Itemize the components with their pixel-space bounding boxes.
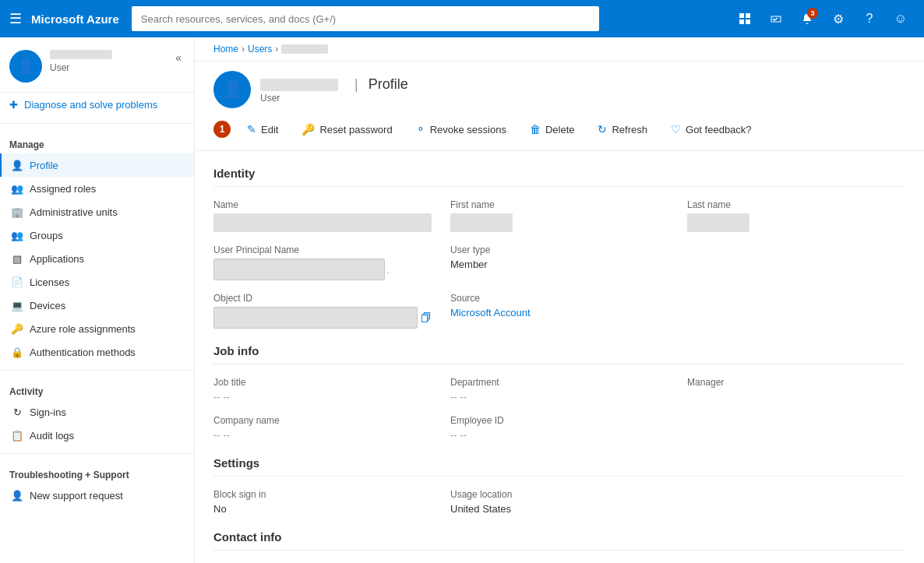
- hamburger-icon[interactable]: ☰: [9, 10, 22, 27]
- name-field: Name: [213, 199, 432, 232]
- reset-password-button[interactable]: 🔑 Reset password: [291, 118, 402, 141]
- sidebar-item-profile[interactable]: 👤 Profile: [0, 153, 194, 177]
- search-input[interactable]: [132, 6, 599, 31]
- revoke-sessions-button[interactable]: ⚬ Revoke sessions: [406, 118, 517, 141]
- sidebar-item-sign-ins[interactable]: ↻ Sign-ins: [0, 400, 194, 424]
- content-area: Identity Name First name Last name: [195, 167, 924, 563]
- usage-location-field: Usage location United States: [450, 489, 668, 515]
- delete-icon: 🗑: [530, 123, 541, 135]
- upn-field: User Principal Name .: [213, 245, 432, 280]
- first-name-value: [450, 213, 513, 232]
- admin-units-icon: 🏢: [11, 206, 23, 218]
- breadcrumb: Home › Users ›: [195, 37, 924, 62]
- sidebar-item-admin-units[interactable]: 🏢 Administrative units: [0, 200, 194, 223]
- page-header: 👤 | Profile User: [195, 62, 924, 114]
- sidebar-devices-label: Devices: [30, 300, 65, 311]
- applications-icon: ▧: [11, 252, 23, 265]
- sidebar-item-auth-methods[interactable]: 🔒 Authentication methods: [0, 340, 194, 364]
- audit-logs-icon: 📋: [11, 429, 23, 442]
- sidebar-item-groups[interactable]: 👥 Groups: [0, 223, 194, 247]
- job-title-label: Job title: [213, 377, 432, 388]
- copy-object-id-button[interactable]: 🗍: [421, 311, 432, 324]
- assigned-roles-icon: 👥: [11, 182, 23, 195]
- refresh-button[interactable]: ↻ Refresh: [587, 118, 658, 141]
- user-type-value: Member: [450, 259, 668, 270]
- revoke-icon: ⚬: [416, 123, 425, 135]
- user-type-field: User type Member: [450, 245, 668, 280]
- sidebar-item-applications[interactable]: ▧ Applications: [0, 247, 194, 270]
- devices-icon: 💻: [11, 299, 23, 311]
- avatar: 👤: [9, 50, 42, 83]
- cloud-shell-icon[interactable]: [762, 5, 790, 33]
- help-icon[interactable]: ?: [855, 5, 883, 33]
- block-sign-in-value: No: [213, 503, 432, 515]
- job-info-fields: Job title -- -- Department -- -- Manager…: [213, 377, 905, 441]
- portal-icon[interactable]: [731, 5, 759, 33]
- sidebar-groups-label: Groups: [30, 230, 63, 241]
- edit-button[interactable]: ✎ Edit: [237, 118, 288, 141]
- sidebar-item-licenses[interactable]: 📄 Licenses: [0, 270, 194, 294]
- sidebar-item-devices[interactable]: 💻 Devices: [0, 294, 194, 317]
- profile-icon: 👤: [11, 159, 23, 171]
- divider-3: [0, 453, 194, 454]
- last-name-field: Last name: [687, 199, 905, 232]
- notification-badge: 3: [807, 8, 818, 19]
- edit-label: Edit: [261, 124, 278, 135]
- main-content: Home › Users › 👤 | Profile User 1 ✎: [195, 37, 924, 563]
- toolbar: 1 ✎ Edit 🔑 Reset password ⚬ Revoke sessi…: [195, 114, 924, 151]
- sidebar-item-audit-logs[interactable]: 📋 Audit logs: [0, 424, 194, 447]
- refresh-label: Refresh: [612, 124, 647, 135]
- delete-button[interactable]: 🗑 Delete: [520, 118, 585, 141]
- identity-section: Identity Name First name Last name: [213, 167, 905, 329]
- sidebar-item-assigned-roles[interactable]: 👥 Assigned roles: [0, 177, 194, 200]
- top-nav: ☰ Microsoft Azure 3 ⚙ ? ☺: [0, 0, 924, 37]
- last-name-label: Last name: [687, 199, 905, 210]
- auth-methods-icon: 🔒: [11, 346, 23, 358]
- name-value: [213, 213, 432, 232]
- employee-id-label: Employee ID: [450, 415, 668, 426]
- sidebar-admin-units-label: Administrative units: [30, 206, 118, 218]
- source-label: Source: [450, 293, 668, 304]
- sidebar-azure-role-label: Azure role assignments: [30, 323, 136, 335]
- sidebar-auth-methods-label: Authentication methods: [30, 347, 136, 358]
- user-role: User: [50, 62, 112, 73]
- notifications-icon[interactable]: 3: [793, 5, 821, 33]
- diagnose-label: Diagnose and solve problems: [24, 99, 157, 111]
- svg-rect-1: [746, 13, 750, 18]
- troubleshooting-label: Troubleshooting + Support: [0, 460, 194, 484]
- upn-input: [213, 259, 385, 280]
- object-id-row: 🗍: [213, 307, 432, 329]
- got-feedback-button[interactable]: ♡ Got feedback?: [661, 118, 762, 141]
- sidebar-item-azure-role[interactable]: 🔑 Azure role assignments: [0, 317, 194, 340]
- sidebar-item-new-support[interactable]: 👤 New support request: [0, 484, 194, 507]
- got-feedback-label: Got feedback?: [686, 124, 752, 135]
- department-label: Department: [450, 377, 668, 388]
- sidebar-new-support-label: New support request: [30, 490, 123, 501]
- feedback-icon[interactable]: ☺: [887, 5, 915, 33]
- settings-icon[interactable]: ⚙: [824, 5, 852, 33]
- object-id-field: Object ID 🗍: [213, 293, 432, 329]
- edit-icon: ✎: [247, 123, 256, 135]
- breadcrumb-home[interactable]: Home: [213, 44, 238, 55]
- last-name-value: [687, 213, 749, 232]
- settings-fields: Block sign in No Usage location United S…: [213, 489, 905, 515]
- sidebar-applications-label: Applications: [30, 253, 84, 265]
- delete-label: Delete: [545, 124, 575, 135]
- new-support-icon: 👤: [11, 489, 23, 501]
- brand-label: Microsoft Azure: [31, 12, 119, 26]
- settings-section: Settings Block sign in No Usage location…: [213, 456, 905, 515]
- manager-field: Manager: [687, 377, 905, 403]
- topnav-icons: 3 ⚙ ? ☺: [731, 5, 915, 33]
- employee-id-field: Employee ID -- --: [450, 415, 668, 441]
- settings-title: Settings: [213, 456, 905, 477]
- contact-info-title: Contact info: [213, 530, 905, 551]
- collapse-btn[interactable]: «: [172, 50, 185, 65]
- breadcrumb-users[interactable]: Users: [248, 44, 272, 55]
- groups-icon: 👥: [11, 229, 23, 241]
- source-value[interactable]: Microsoft Account: [450, 307, 668, 318]
- diagnose-item[interactable]: ✚ Diagnose and solve problems: [0, 93, 194, 117]
- sep-1: ›: [242, 44, 245, 55]
- sidebar-audit-logs-label: Audit logs: [30, 430, 74, 442]
- badge-1: 1: [213, 121, 231, 138]
- job-info-title: Job info: [213, 344, 905, 364]
